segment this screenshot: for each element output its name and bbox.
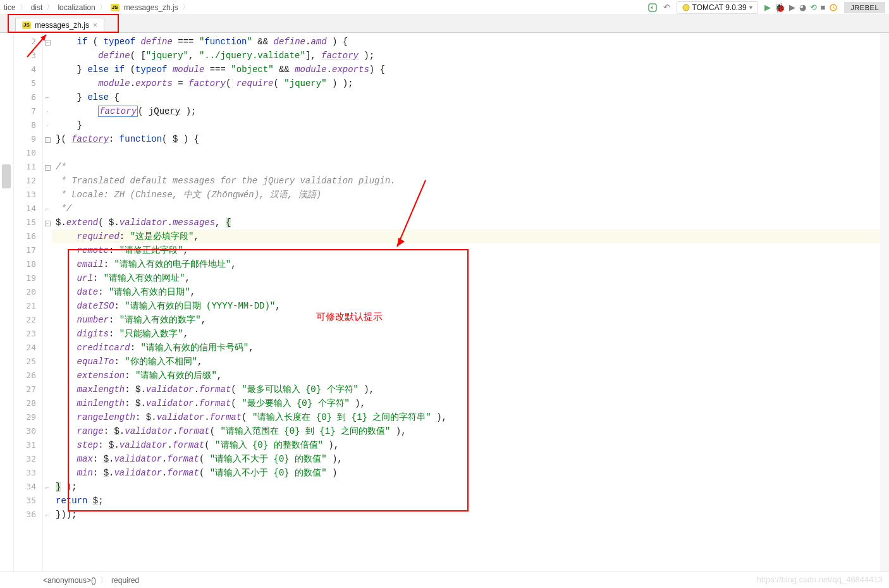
- code-line[interactable]: factory( jQuery );: [52, 104, 889, 118]
- fold-marker[interactable]: [43, 410, 52, 424]
- jrebel-button[interactable]: JREBEL: [844, 2, 885, 13]
- breadcrumb-seg[interactable]: dist: [31, 3, 43, 12]
- fold-marker[interactable]: [43, 146, 52, 160]
- fold-marker[interactable]: [43, 174, 52, 188]
- code-line[interactable]: */: [52, 202, 889, 216]
- fold-marker[interactable]: [43, 243, 52, 257]
- code-line[interactable]: email: "请输入有效的电子邮件地址",: [52, 257, 889, 271]
- breadcrumb-seg[interactable]: localization: [58, 3, 95, 12]
- code-line[interactable]: module.exports = factory( require( "jque…: [52, 77, 889, 90]
- code-line[interactable]: minlength: $.validator.format( "最少要输入 {0…: [52, 396, 889, 410]
- fold-marker[interactable]: [43, 355, 52, 369]
- code-line[interactable]: } );: [52, 480, 889, 494]
- run-config-select[interactable]: TOMCAT 9.0.39 ▾: [677, 1, 758, 14]
- fold-marker[interactable]: [43, 77, 52, 90]
- fold-marker[interactable]: [43, 327, 52, 341]
- fold-marker[interactable]: −: [43, 35, 52, 49]
- fold-marker[interactable]: [43, 452, 52, 466]
- code-line[interactable]: } else if (typeof module === "object" &&…: [52, 63, 889, 77]
- code-line[interactable]: remote: "请修正此字段",: [52, 243, 889, 257]
- breadcrumb-seg[interactable]: tice: [4, 3, 16, 12]
- code-line[interactable]: extension: "请输入有效的后缀",: [52, 369, 889, 383]
- code-line[interactable]: }: [52, 118, 889, 132]
- fold-marker[interactable]: [43, 396, 52, 410]
- structure-breadcrumb: <anonymous>() 〉 required: [0, 572, 889, 588]
- fold-marker[interactable]: [43, 299, 52, 313]
- code-line[interactable]: date: "请输入有效的日期",: [52, 285, 889, 299]
- code-line[interactable]: required: "这是必填字段",: [52, 230, 889, 243]
- code-line[interactable]: dateISO: "请输入有效的日期 (YYYY-MM-DD)",: [52, 299, 889, 313]
- gutter-mark[interactable]: [2, 164, 11, 188]
- code-line[interactable]: number: "请输入有效的数字",: [52, 313, 889, 327]
- code-line[interactable]: }( factory: function( $ ) {: [52, 132, 889, 146]
- line-number: 27: [14, 383, 36, 396]
- fold-marker[interactable]: ⌐: [43, 480, 52, 494]
- fold-marker[interactable]: [43, 230, 52, 243]
- line-number: 17: [14, 243, 36, 257]
- close-icon[interactable]: ×: [93, 21, 97, 30]
- code-line[interactable]: min: $.validator.format( "请输入不小于 {0} 的数值…: [52, 466, 889, 480]
- rerun-icon[interactable]: ⟲: [810, 3, 817, 12]
- undo-icon[interactable]: ↶: [663, 3, 670, 12]
- nav-seg[interactable]: <anonymous>(): [43, 576, 96, 585]
- fold-marker[interactable]: −: [43, 160, 52, 174]
- fold-marker[interactable]: [43, 271, 52, 285]
- line-number: 7: [14, 104, 36, 118]
- fold-marker[interactable]: ⌐: [43, 90, 52, 104]
- fold-marker[interactable]: ⌐: [43, 508, 52, 522]
- code-area[interactable]: if ( typeof define === "function" && def…: [52, 33, 889, 572]
- code-line[interactable]: range: $.validator.format( "请输入范围在 {0} 到…: [52, 424, 889, 438]
- update-icon[interactable]: [829, 3, 838, 12]
- fold-marker[interactable]: [43, 383, 52, 396]
- code-line[interactable]: * Locale: ZH (Chinese, 中文 (Zhōngwén), 汉语…: [52, 188, 889, 202]
- profile-icon[interactable]: ◕: [799, 3, 806, 12]
- fold-marker[interactable]: [43, 341, 52, 355]
- code-line[interactable]: maxlength: $.validator.format( "最多可以输入 {…: [52, 383, 889, 396]
- code-line[interactable]: * Translated default messages for the jQ…: [52, 174, 889, 188]
- fold-marker[interactable]: ⌐: [43, 202, 52, 216]
- fold-marker[interactable]: [43, 438, 52, 452]
- build-icon[interactable]: [648, 3, 657, 12]
- code-line[interactable]: }));: [52, 508, 889, 522]
- fold-marker[interactable]: [43, 188, 52, 202]
- fold-marker[interactable]: [43, 257, 52, 271]
- editor-tabs: JS messages_zh.js ×: [0, 15, 889, 33]
- line-number: 33: [14, 466, 36, 480]
- fold-marker[interactable]: [43, 369, 52, 383]
- code-line[interactable]: [52, 146, 889, 160]
- fold-marker[interactable]: [43, 285, 52, 299]
- code-line[interactable]: creditcard: "请输入有效的信用卡号码",: [52, 341, 889, 355]
- fold-marker[interactable]: −: [43, 216, 52, 230]
- code-line[interactable]: url: "请输入有效的网址",: [52, 271, 889, 285]
- coverage-icon[interactable]: ▶: [789, 3, 795, 12]
- code-line[interactable]: } else {: [52, 90, 889, 104]
- debug-icon[interactable]: 🐞: [775, 3, 785, 13]
- code-line[interactable]: equalTo: "你的输入不相同",: [52, 355, 889, 369]
- nav-seg[interactable]: required: [111, 576, 139, 585]
- fold-marker[interactable]: [43, 313, 52, 327]
- code-line[interactable]: step: $.validator.format( "请输入 {0} 的整数倍值…: [52, 438, 889, 452]
- breadcrumb-file[interactable]: messages_zh.js: [124, 3, 178, 12]
- line-number: 28: [14, 396, 36, 410]
- code-line[interactable]: /*: [52, 160, 889, 174]
- fold-marker[interactable]: [43, 49, 52, 63]
- scrollbar[interactable]: [880, 33, 889, 572]
- fold-marker[interactable]: ·: [43, 104, 52, 118]
- run-icon[interactable]: ▶: [764, 3, 771, 12]
- code-line[interactable]: digits: "只能输入数字",: [52, 327, 889, 341]
- code-line[interactable]: $.extend( $.validator.messages, {: [52, 216, 889, 230]
- fold-marker[interactable]: [43, 63, 52, 77]
- stop-icon[interactable]: ■: [821, 3, 826, 12]
- tab-messages-zh[interactable]: JS messages_zh.js ×: [15, 18, 104, 32]
- fold-marker[interactable]: [43, 494, 52, 508]
- line-number: 8: [14, 118, 36, 132]
- code-line[interactable]: return $;: [52, 494, 889, 508]
- fold-marker[interactable]: ·: [43, 118, 52, 132]
- code-line[interactable]: rangelength: $.validator.format( "请输入长度在…: [52, 410, 889, 424]
- code-line[interactable]: max: $.validator.format( "请输入不大于 {0} 的数值…: [52, 452, 889, 466]
- fold-marker[interactable]: [43, 424, 52, 438]
- fold-marker[interactable]: [43, 466, 52, 480]
- code-line[interactable]: if ( typeof define === "function" && def…: [52, 35, 889, 49]
- fold-marker[interactable]: −: [43, 132, 52, 146]
- code-line[interactable]: define( ["jquery", "../jquery.validate"]…: [52, 49, 889, 63]
